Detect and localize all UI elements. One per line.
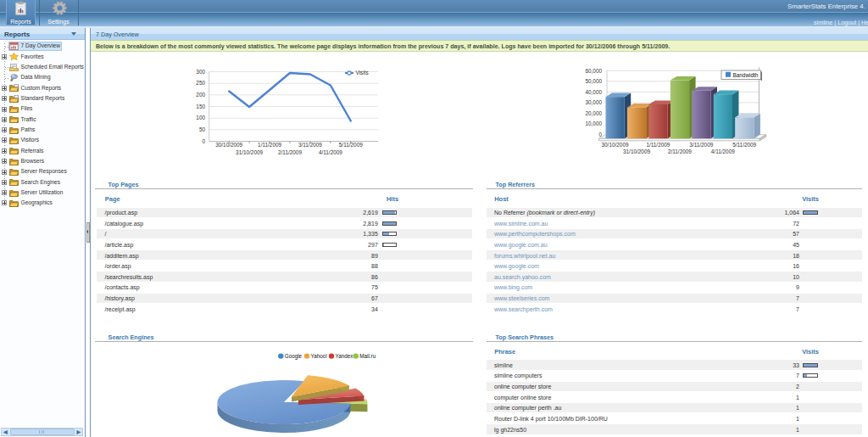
svg-text:300: 300	[196, 69, 205, 75]
svg-text:0: 0	[202, 138, 205, 144]
svg-text:5/11/2009: 5/11/2009	[339, 142, 363, 148]
svg-text:Google: Google	[285, 353, 303, 360]
svg-text:200: 200	[196, 92, 205, 98]
svg-text:30,000: 30,000	[585, 99, 602, 105]
svg-text:Bandwidth: Bandwidth	[733, 72, 759, 78]
svg-text:250: 250	[196, 80, 205, 86]
svg-text:1/11/2009: 1/11/2009	[258, 142, 281, 148]
svg-text:3/11/2009: 3/11/2009	[689, 142, 713, 148]
svg-text:Yahoo!: Yahoo!	[311, 353, 328, 359]
svg-text:100: 100	[196, 115, 205, 120]
svg-text:50,000: 50,000	[585, 78, 602, 84]
svg-text:2/11/2009: 2/11/2009	[278, 149, 302, 155]
svg-text:150: 150	[196, 104, 205, 109]
svg-text:40,000: 40,000	[585, 89, 602, 95]
svg-text:4/11/2009: 4/11/2009	[711, 148, 735, 154]
svg-text:31/10/2009: 31/10/2009	[623, 148, 650, 154]
svg-text:Yandex: Yandex	[336, 353, 354, 359]
svg-text:5/11/2009: 5/11/2009	[732, 142, 756, 148]
svg-text:10,000: 10,000	[585, 120, 602, 126]
svg-text:Mail.ru: Mail.ru	[359, 353, 376, 359]
svg-text:30/10/2009: 30/10/2009	[215, 142, 242, 148]
svg-text:50: 50	[199, 126, 206, 132]
svg-text:60,000: 60,000	[585, 68, 602, 74]
svg-text:2/11/2009: 2/11/2009	[668, 148, 692, 154]
svg-text:4/11/2009: 4/11/2009	[319, 149, 342, 155]
svg-text:Visits: Visits	[356, 70, 369, 76]
svg-text:30/10/2009: 30/10/2009	[602, 142, 629, 148]
svg-text:3/11/2009: 3/11/2009	[298, 142, 322, 148]
svg-text:31/10/2009: 31/10/2009	[236, 149, 263, 155]
svg-text:20,000: 20,000	[585, 110, 602, 116]
svg-text:1/11/2009: 1/11/2009	[646, 142, 670, 148]
